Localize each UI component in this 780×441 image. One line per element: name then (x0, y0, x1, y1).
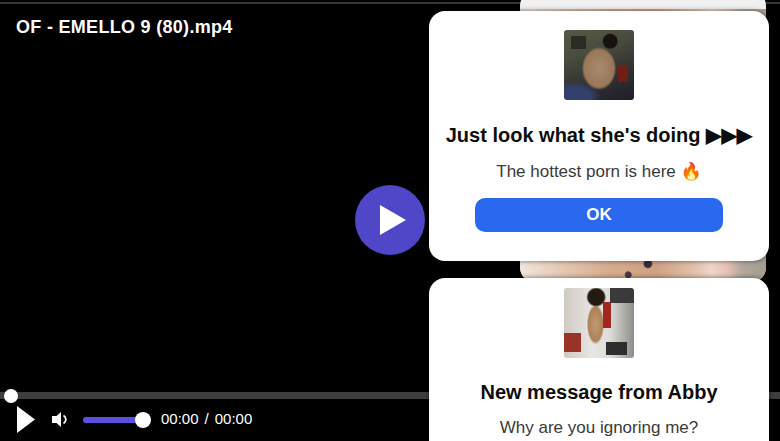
play-icon (380, 205, 406, 235)
progress-thumb[interactable] (4, 389, 18, 403)
offer-body-text: The hottest porn is here 🔥 (439, 161, 759, 182)
popup-message[interactable]: New message from Abby Why are you ignori… (429, 278, 769, 441)
offer-heading: Just look what she's doing ▶▶▶ (439, 123, 759, 148)
message-thumbnail-image (564, 288, 634, 358)
play-button[interactable] (17, 406, 35, 433)
offer-thumbnail-image (564, 30, 634, 100)
big-play-button[interactable] (355, 185, 425, 255)
duration: 00:00 (215, 410, 253, 427)
popup-offer: Just look what she's doing ▶▶▶ The hotte… (429, 11, 769, 261)
mute-button[interactable] (50, 410, 70, 429)
time-display: 00:00 / 00:00 (161, 410, 252, 427)
play-icon (17, 406, 35, 433)
ok-button[interactable]: OK (475, 198, 723, 232)
message-heading: New message from Abby (439, 380, 759, 405)
message-body-text: Why are you ignoring me? (439, 418, 759, 438)
video-title: OF - EMELLO 9 (80).mp4 (16, 17, 233, 38)
time-separator: / (205, 410, 209, 427)
video-page: OF - EMELLO 9 (80).mp4 00:00 / 00:00 Jus… (0, 0, 780, 441)
volume-thumb[interactable] (135, 412, 151, 428)
current-time: 00:00 (161, 410, 199, 427)
speaker-icon (50, 410, 70, 429)
